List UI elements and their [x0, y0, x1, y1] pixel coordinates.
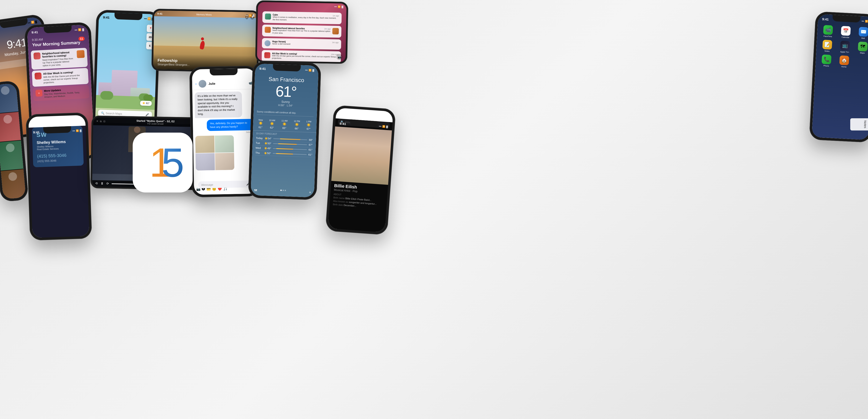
weather-hour-12pm: 12 PM ☀️ 66°: [293, 120, 300, 130]
video-head: [134, 127, 141, 133]
notif-right-item-4: All-Star Week is coming! 13m ago With th…: [262, 50, 341, 62]
notif-right-signal: ▪▪▪: [334, 5, 337, 8]
app-calendar[interactable]: 📅 Calendar: [838, 26, 854, 39]
wifi-icon: 🛜: [31, 21, 34, 24]
facetime-status-icons: ▪▪▪ 🛜 ▓: [862, 20, 868, 23]
msg-sent-1: Yes, definitely. Do you happen to have a…: [207, 119, 254, 131]
app-notes[interactable]: 📝 Notes: [819, 39, 835, 53]
maps-app-label: Maps: [860, 52, 865, 54]
figure-body: [199, 40, 205, 50]
notif-thumbnail-1: [76, 50, 85, 58]
notifications-right-device: ▪▪▪ 🛜 ▓ Calm 1m ago When it comes to med…: [255, 0, 348, 64]
messages-notch: [210, 69, 238, 75]
maps-mic-icon: 🎤: [146, 113, 149, 116]
forecast-low-wed: 49°: [267, 147, 271, 150]
weather-hour-10am: 10 AM ☀️ 62°: [269, 119, 275, 129]
notif-right-time-3: 3m ago: [332, 41, 339, 44]
maps-search-icon: 🔍: [101, 111, 105, 115]
business-phone: (415) 555-3046: [37, 153, 79, 159]
shareplay-close-icon[interactable]: ✕: [96, 120, 98, 123]
forecast-high-tue: 67°: [309, 143, 313, 147]
weather-forecast: 10-DAY FORECAST Today ☀️ 54° 68° Tue ☀️ …: [252, 130, 316, 159]
weather-battery: ▓: [312, 69, 314, 72]
video-play-icon[interactable]: ⏸: [100, 182, 104, 186]
weather-notch: [273, 64, 301, 72]
msg-received-1: It's a little on the more than we've bee…: [194, 92, 242, 118]
facetime-person-2: [0, 111, 21, 142]
forecast-high-today: 68°: [309, 138, 313, 141]
summary-badge: 11: [78, 37, 85, 41]
forecast-low-today: 54°: [268, 137, 272, 140]
hour-sun-1pm: ☀️: [306, 123, 311, 127]
weather-map-icon[interactable]: 🗺: [254, 189, 257, 192]
facetime-app-label: FaceTime: [824, 35, 832, 38]
shareplay-info: ✕ ⧉ ⊡: [96, 120, 105, 123]
memory-battery: ▓: [253, 14, 254, 17]
memory-status-icons: ▪▪▪ 🛜 ▓: [245, 14, 254, 17]
memory-sky: [154, 16, 258, 47]
forecast-day-wed: Wed: [255, 146, 264, 150]
forecast-day-tue: Tue: [256, 141, 264, 144]
notif-right-list: Calm 1m ago When it comes to meditation,…: [257, 2, 347, 62]
msg-delivered: Delivered: [195, 131, 254, 134]
status-icons: ▪▪▪ 🛜 ▓: [27, 20, 37, 24]
maps-app-icon: 🗺: [858, 41, 868, 51]
figure-head: [201, 37, 204, 40]
facetime-time: 9:41: [822, 17, 829, 21]
weather-dot-2: [285, 190, 286, 191]
billie-detail-label-3: Birth date: [333, 203, 343, 206]
notif-text-2: All-Star Week is coming! With the All-St…: [43, 70, 86, 84]
billie-info: Billie Eilish Musical Artist · Pop About…: [329, 181, 388, 211]
messages-back-btn[interactable]: ‹: [195, 82, 197, 86]
maps-status-time: 9:41: [103, 15, 110, 19]
shareplay-expand-icon[interactable]: ⊡: [103, 120, 105, 123]
home-app-icon: 🏠: [839, 55, 849, 65]
battery-icon: ▓: [35, 20, 37, 23]
messages-input[interactable]: iMessage 🎤: [198, 181, 253, 188]
notif-right-wifi: 🛜: [338, 5, 341, 8]
hour-sun-11am: ☀️: [281, 122, 288, 126]
facetime-person-1: [0, 83, 19, 113]
forecast-fill-wed: [276, 148, 293, 150]
billie-status-time: 9:41: [339, 122, 346, 126]
phone-app-icon: 📞: [822, 55, 831, 64]
memory-time: 9:41: [157, 12, 162, 15]
battery-2: ▓: [82, 28, 84, 31]
weather-hour-1pm: 1 PM ☀️ 67°: [306, 121, 311, 131]
app-maps[interactable]: 🗺 Maps: [855, 41, 868, 55]
notif-right-item-3: Hugo Verweij 3m ago Never a dull moment!: [262, 38, 341, 50]
weather-hour-11am: 11 AM ☀️ 65°: [281, 119, 288, 130]
app-phone[interactable]: 📞 Phone: [818, 54, 834, 67]
notif-text-3: More Updates Day One, WaterMinder, Reddi…: [44, 87, 87, 98]
shareplay-copy-icon[interactable]: ⧉: [100, 120, 102, 123]
app-mail[interactable]: ✉️ Mail: [856, 27, 868, 40]
notif-right-item-2: Neighborhood takeout favorites 2m ago Ne…: [262, 25, 342, 38]
msg-sent-text-1: Yes, definitely. Do you happen to have a…: [210, 121, 247, 129]
app-home[interactable]: 🏠 Home: [836, 55, 852, 68]
app-facetime[interactable]: 📹 FaceTime: [820, 25, 836, 38]
tv-app-label: Apple TV+: [840, 51, 849, 53]
hour-temp-12pm: 66°: [293, 127, 300, 130]
notif-right-text-3: Hugo Verweij 3m ago Never a dull moment!: [272, 40, 339, 46]
weather-dot-1: [282, 190, 284, 191]
video-forward-icon[interactable]: ⟳: [106, 182, 109, 185]
hour-sun-now: ☀️: [258, 121, 263, 125]
weather-temp: 61°: [258, 82, 314, 101]
weather-summary: Sunny conditions will continue all day.: [256, 110, 314, 117]
status-time-2: 9:41: [31, 30, 38, 34]
msg-input-placeholder: iMessage: [201, 183, 213, 186]
forecast-bar-today: [273, 138, 307, 140]
notif-right-time-1: 1m ago: [333, 15, 339, 17]
msg-upload-btn[interactable]: ⬆: [196, 172, 255, 177]
forecast-high-thu: 61°: [308, 153, 312, 156]
video-rewind-icon[interactable]: ⟲: [95, 182, 98, 185]
weather-list-icon[interactable]: ≡: [309, 191, 311, 194]
notif-body-2: With the All-Star Game just around the c…: [43, 73, 86, 84]
tv-app-icon: 📺: [840, 41, 850, 51]
messages-content: It's a little on the more than we've bee…: [192, 89, 257, 179]
hour-label-1pm: 1 PM: [306, 121, 311, 123]
messages-contact-info: Julie: [209, 81, 247, 85]
billie-wifi: 🛜: [382, 125, 385, 128]
weather-hour-now: Now ☀️ 61°: [258, 119, 263, 129]
app-tv[interactable]: 📺 Apple TV+: [837, 40, 853, 54]
